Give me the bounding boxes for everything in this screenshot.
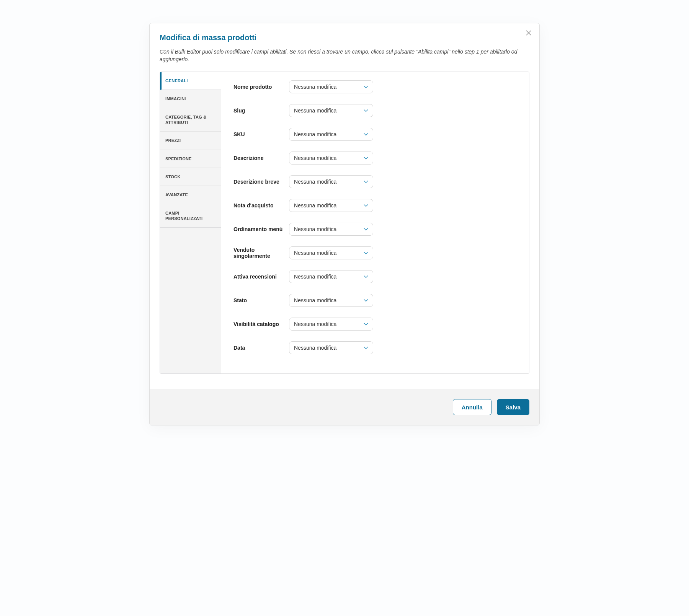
close-icon xyxy=(526,30,531,37)
cancel-button[interactable]: Annulla xyxy=(453,399,491,415)
chevron-down-icon xyxy=(364,275,368,278)
select-value: Nessuna modifica xyxy=(294,345,336,351)
tab-generali[interactable]: GENERALI xyxy=(160,72,221,90)
tab-avanzate[interactable]: AVANZATE xyxy=(160,186,221,204)
field-label: Visibilità catalogo xyxy=(233,321,289,327)
select-value: Nessuna modifica xyxy=(294,155,336,161)
tab-content: Nome prodotto Nessuna modifica Slug Ness… xyxy=(221,72,529,373)
select-nome-prodotto[interactable]: Nessuna modifica xyxy=(289,80,373,93)
field-row-descrizione-breve: Descrizione breve Nessuna modifica xyxy=(233,175,517,188)
select-value: Nessuna modifica xyxy=(294,297,336,303)
modal-description: Con il Bulk Editor puoi solo modificare … xyxy=(160,48,529,63)
tab-label: STOCK xyxy=(165,174,180,179)
select-value: Nessuna modifica xyxy=(294,250,336,256)
select-value: Nessuna modifica xyxy=(294,321,336,327)
field-row-visibilita-catalogo: Visibilità catalogo Nessuna modifica xyxy=(233,318,517,331)
field-row-data: Data Nessuna modifica xyxy=(233,341,517,354)
tab-categorie[interactable]: CATEGORIE, TAG & ATTRIBUTI xyxy=(160,108,221,132)
select-nota-acquisto[interactable]: Nessuna modifica xyxy=(289,199,373,212)
close-button[interactable] xyxy=(524,29,533,38)
field-label: Nota d'acquisto xyxy=(233,202,289,209)
tab-label: CAMPI PERSONALIZZATI xyxy=(165,211,202,221)
select-sku[interactable]: Nessuna modifica xyxy=(289,128,373,141)
tab-label: SPEDIZIONE xyxy=(165,156,192,161)
tab-label: PREZZI xyxy=(165,138,181,143)
field-label: Slug xyxy=(233,108,289,114)
chevron-down-icon xyxy=(364,228,368,231)
select-value: Nessuna modifica xyxy=(294,131,336,137)
field-row-nome-prodotto: Nome prodotto Nessuna modifica xyxy=(233,80,517,93)
field-row-sku: SKU Nessuna modifica xyxy=(233,128,517,141)
select-value: Nessuna modifica xyxy=(294,226,336,232)
chevron-down-icon xyxy=(364,251,368,254)
select-descrizione-breve[interactable]: Nessuna modifica xyxy=(289,175,373,188)
select-venduto-singolarmente[interactable]: Nessuna modifica xyxy=(289,246,373,259)
field-label: Ordinamento menù xyxy=(233,226,289,232)
select-value: Nessuna modifica xyxy=(294,179,336,185)
field-row-slug: Slug Nessuna modifica xyxy=(233,104,517,117)
chevron-down-icon xyxy=(364,204,368,207)
tab-label: CATEGORIE, TAG & ATTRIBUTI xyxy=(165,115,206,125)
modal-title: Modifica di massa prodotti xyxy=(160,33,529,42)
select-value: Nessuna modifica xyxy=(294,84,336,90)
tab-stock[interactable]: STOCK xyxy=(160,168,221,186)
bulk-edit-modal: Modifica di massa prodotti Con il Bulk E… xyxy=(149,23,540,425)
field-label: Stato xyxy=(233,297,289,303)
tab-label: GENERALI xyxy=(165,78,188,83)
tab-immagini[interactable]: IMMAGINI xyxy=(160,90,221,108)
tabbed-panel: GENERALI IMMAGINI CATEGORIE, TAG & ATTRI… xyxy=(160,72,529,374)
modal-body: Modifica di massa prodotti Con il Bulk E… xyxy=(150,23,539,374)
tab-campi-personalizzati[interactable]: CAMPI PERSONALIZZATI xyxy=(160,204,221,228)
select-slug[interactable]: Nessuna modifica xyxy=(289,104,373,117)
chevron-down-icon xyxy=(364,109,368,112)
field-label: Venduto singolarmente xyxy=(233,247,289,259)
select-ordinamento-menu[interactable]: Nessuna modifica xyxy=(289,223,373,236)
side-tabs: GENERALI IMMAGINI CATEGORIE, TAG & ATTRI… xyxy=(160,72,221,373)
select-data[interactable]: Nessuna modifica xyxy=(289,341,373,354)
chevron-down-icon xyxy=(364,346,368,349)
select-stato[interactable]: Nessuna modifica xyxy=(289,294,373,307)
tab-spedizione[interactable]: SPEDIZIONE xyxy=(160,150,221,168)
select-value: Nessuna modifica xyxy=(294,108,336,114)
select-value: Nessuna modifica xyxy=(294,274,336,280)
chevron-down-icon xyxy=(364,156,368,160)
select-attiva-recensioni[interactable]: Nessuna modifica xyxy=(289,270,373,283)
chevron-down-icon xyxy=(364,299,368,302)
tab-prezzi[interactable]: PREZZI xyxy=(160,132,221,150)
field-label: Attiva recensioni xyxy=(233,274,289,280)
field-row-attiva-recensioni: Attiva recensioni Nessuna modifica xyxy=(233,270,517,283)
select-descrizione[interactable]: Nessuna modifica xyxy=(289,152,373,165)
select-visibilita-catalogo[interactable]: Nessuna modifica xyxy=(289,318,373,331)
field-label: Descrizione xyxy=(233,155,289,161)
tab-label: AVANZATE xyxy=(165,192,188,197)
modal-footer: Annulla Salva xyxy=(150,389,539,425)
field-row-stato: Stato Nessuna modifica xyxy=(233,294,517,307)
chevron-down-icon xyxy=(364,85,368,88)
field-label: SKU xyxy=(233,131,289,137)
field-row-descrizione: Descrizione Nessuna modifica xyxy=(233,152,517,165)
field-row-nota-acquisto: Nota d'acquisto Nessuna modifica xyxy=(233,199,517,212)
field-label: Descrizione breve xyxy=(233,179,289,185)
chevron-down-icon xyxy=(364,133,368,136)
select-value: Nessuna modifica xyxy=(294,202,336,209)
save-button[interactable]: Salva xyxy=(497,399,529,415)
field-row-ordinamento-menu: Ordinamento menù Nessuna modifica xyxy=(233,223,517,236)
field-label: Nome prodotto xyxy=(233,84,289,90)
field-label: Data xyxy=(233,345,289,351)
field-row-venduto-singolarmente: Venduto singolarmente Nessuna modifica xyxy=(233,246,517,259)
chevron-down-icon xyxy=(364,323,368,326)
chevron-down-icon xyxy=(364,180,368,183)
tab-label: IMMAGINI xyxy=(165,96,186,101)
